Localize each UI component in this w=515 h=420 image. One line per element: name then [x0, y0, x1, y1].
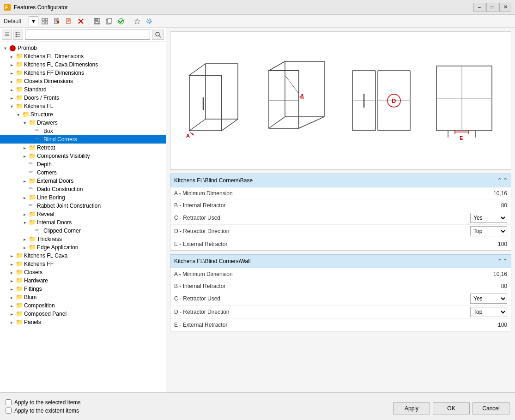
minimize-button[interactable]: − [473, 3, 485, 12]
tree-item-rabbet-joint[interactable]: ✏Rabbet Joint Construction [0, 202, 166, 210]
maximize-button[interactable]: □ [486, 3, 498, 12]
tree-item-composition[interactable]: ▸📁Composition [0, 301, 166, 310]
tree-item-corners[interactable]: ✏Corners [0, 168, 166, 177]
tree-item-closets-dim[interactable]: ▸📁Closets Dimensions [0, 77, 166, 85]
base-section-header[interactable]: Kitchens FL\Blind Corners\Base ⌃⌃ [170, 174, 511, 187]
tree-item-kitchens-fl-dim[interactable]: ▸📁Kitchens FL Dimensions [0, 52, 166, 60]
prop-label-wall-section-body-3: D - Retractor Direction [174, 309, 470, 315]
prop-label-base-section-body-2: C - Retractor Used [174, 215, 470, 221]
cancel-button[interactable]: Cancel [473, 402, 509, 414]
tree-toggle-kitchens-ff-dim[interactable]: ▸ [8, 70, 15, 76]
prop-label-base-section-body-4: E - External Retractor [174, 241, 470, 247]
close-button[interactable]: ✕ [499, 3, 511, 12]
tree-item-closets[interactable]: ▸📁Closets [0, 268, 166, 276]
tree-toggle-kitchens-fl[interactable]: ▾ [8, 103, 15, 109]
tree-toggle-kitchens-fl-cava[interactable]: ▸ [8, 252, 15, 259]
tree-item-clipped-corner[interactable]: ✏Clipped Corner [0, 227, 166, 235]
tree-item-retreat[interactable]: ▸📁Retreat [0, 144, 166, 152]
apply-existent-checkbox[interactable] [6, 408, 12, 414]
tree-toggle-closets[interactable]: ▸ [8, 269, 15, 276]
tree-toggle-promob[interactable]: ▾ [2, 45, 8, 51]
tree-item-reveal[interactable]: ▸📁Reveal [0, 210, 166, 218]
tree-item-external-doors[interactable]: ▸📁External Doors [0, 177, 166, 185]
tree-view-btn[interactable] [13, 30, 23, 40]
tree-toggle-external-doors[interactable]: ▸ [21, 178, 28, 184]
tree-toggle-retreat[interactable]: ▸ [21, 144, 28, 151]
tree-item-kitchens-ff-dim[interactable]: ▸📁Kitchens FF Dimensions [0, 69, 166, 77]
search-go-button[interactable] [152, 30, 164, 40]
tree-item-kitchens-fl-cava[interactable]: ▸📁Kitchens FL Cava [0, 252, 166, 260]
tree-toggle-kitchens-fl-dim[interactable]: ▸ [8, 53, 15, 60]
save-toolbar-btn[interactable] [91, 16, 103, 26]
delete-toolbar-btn[interactable] [63, 16, 74, 26]
tree-item-structure[interactable]: ▾📁Structure [0, 110, 166, 119]
tree-item-kitchens-ff[interactable]: ▸📁Kitchens FF [0, 260, 166, 268]
tree-toggle-kitchens-ff[interactable]: ▸ [8, 261, 15, 267]
folder-icon-components-visibility: 📁 [29, 152, 36, 160]
apply-selected-label: Apply to the selected items [14, 399, 80, 406]
tree-toggle-fittings[interactable]: ▸ [8, 286, 15, 292]
tree-item-standard[interactable]: ▸📁Standard [0, 85, 166, 94]
tree-toggle-drawers[interactable]: ▾ [21, 120, 28, 126]
tree-item-box[interactable]: ✏Box [0, 127, 166, 135]
tree-toggle-composed-panel[interactable]: ▸ [8, 311, 15, 317]
pin-toolbar-btn[interactable] [132, 16, 143, 26]
tree-toggle-blum[interactable]: ▸ [8, 294, 15, 300]
tree-toggle-structure[interactable]: ▾ [15, 111, 21, 118]
wall-section-header[interactable]: Kitchens FL\Blind Corners\Wall ⌃⌃ [170, 254, 511, 268]
tree-toggle-thickness[interactable]: ▸ [21, 236, 28, 242]
toolbar-separator-2 [129, 17, 129, 25]
tree-item-depth[interactable]: ✏Depth [0, 160, 166, 168]
tree-container[interactable]: ▾⬤Promob▸📁Kitchens FL Dimensions▸📁Kitche… [0, 42, 166, 392]
tree-toggle-panels[interactable]: ▸ [8, 319, 15, 325]
prop-select-wall-section-body-3[interactable]: TopBottomLeftRight [470, 307, 507, 317]
copy-toolbar-btn[interactable] [103, 16, 115, 26]
base-collapse-btn[interactable]: ⌃⌃ [498, 176, 507, 185]
tree-toggle-edge-application[interactable]: ▸ [21, 244, 28, 251]
tree-item-line-boring[interactable]: ▸📁Line Boring [0, 193, 166, 202]
tree-toggle-closets-dim[interactable]: ▸ [8, 78, 15, 84]
prop-select-wall-section-body-2[interactable]: YesNo [470, 294, 507, 304]
new-toolbar-btn[interactable] [51, 16, 62, 26]
tree-item-blum[interactable]: ▸📁Blum [0, 293, 166, 301]
tree-item-components-visibility[interactable]: ▸📁Components Visibility [0, 152, 166, 160]
tree-toggle-reveal[interactable]: ▸ [21, 211, 28, 217]
wall-section-body: A - Minimum Dimension10,16B - Internal R… [170, 268, 511, 331]
tree-item-drawers[interactable]: ▾📁Drawers [0, 119, 166, 127]
tree-item-internal-doors[interactable]: ▾📁Internal Doors [0, 218, 166, 227]
tree-item-hardware[interactable]: ▸📁Hardware [0, 276, 166, 285]
list-view-btn[interactable] [2, 30, 12, 40]
tree-item-promob[interactable]: ▾⬤Promob [0, 44, 166, 52]
tree-toggle-composition[interactable]: ▸ [8, 302, 15, 309]
apply-selected-checkbox[interactable] [6, 399, 12, 405]
tree-item-blind-corners[interactable]: ✏Blind Corners [0, 135, 166, 144]
tree-toggle-line-boring[interactable]: ▸ [21, 194, 28, 201]
tree-item-doors-fronts[interactable]: ▸📁Doors / Fronts [0, 94, 166, 102]
tree-toggle-doors-fronts[interactable]: ▸ [8, 95, 15, 101]
tree-toggle-standard[interactable]: ▸ [8, 86, 15, 93]
tree-toggle-hardware[interactable]: ▸ [8, 277, 15, 284]
tree-toggle-components-visibility[interactable]: ▸ [21, 153, 28, 159]
tree-item-kitchens-fl[interactable]: ▾📁Kitchens FL [0, 102, 166, 110]
tree-toggle-kitchens-fl-cava-dim[interactable]: ▸ [8, 61, 15, 68]
tree-item-thickness[interactable]: ▸📁Thickness [0, 235, 166, 243]
tree-item-fittings[interactable]: ▸📁Fittings [0, 285, 166, 293]
wall-collapse-btn[interactable]: ⌃⌃ [498, 257, 507, 266]
prop-select-base-section-body-3[interactable]: TopBottomLeftRight [470, 226, 507, 236]
prop-select-base-section-body-2[interactable]: YesNo [470, 213, 507, 223]
config-dropdown[interactable]: ▼ [29, 16, 38, 26]
cross-toolbar-btn[interactable] [75, 16, 86, 26]
tree-item-composed-panel[interactable]: ▸📁Composed Panel [0, 310, 166, 318]
apply-button[interactable]: Apply [393, 402, 430, 414]
tree-item-panels[interactable]: ▸📁Panels [0, 318, 166, 326]
search-input[interactable] [25, 30, 150, 40]
tree-item-dado-construction[interactable]: ✏Dado Construction [0, 185, 166, 193]
ok-button[interactable]: OK [433, 402, 470, 414]
tree-item-edge-application[interactable]: ▸📁Edge Application [0, 243, 166, 252]
tree-item-kitchens-fl-cava-dim[interactable]: ▸📁Kitchens FL Cava Dimensions [0, 60, 166, 69]
check-toolbar-btn[interactable] [115, 16, 127, 26]
settings-toolbar-btn[interactable] [144, 16, 155, 26]
prop-value-wall-section-body-1: 80 [470, 283, 507, 289]
tree-toggle-internal-doors[interactable]: ▾ [21, 219, 28, 226]
grid-toolbar-btn[interactable] [39, 16, 50, 26]
